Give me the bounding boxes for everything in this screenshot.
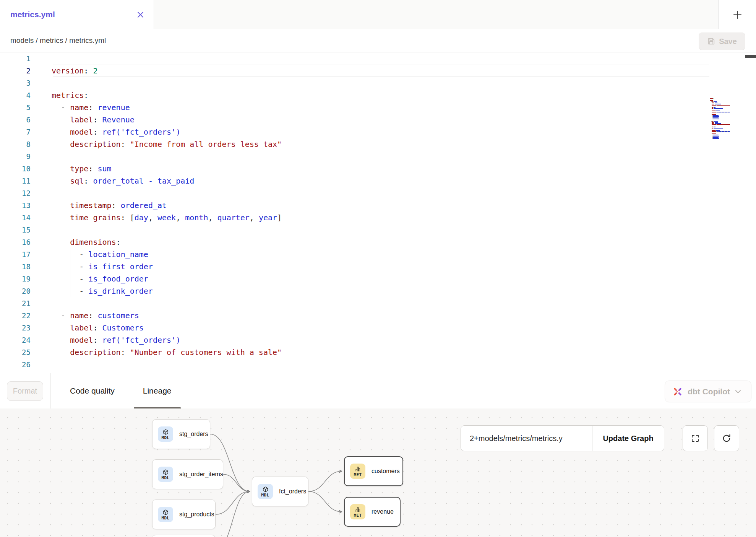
code-line[interactable]: 15 [0, 224, 756, 236]
code-line[interactable]: 6 label: Revenue [0, 114, 756, 126]
code-line[interactable]: 7 model: ref('fct_orders') [0, 126, 756, 138]
line-number: 7 [0, 126, 31, 138]
model-cube-icon: MDL [158, 426, 173, 442]
code-text: - is_food_order [52, 273, 148, 285]
tab-bar: metrics.yml [0, 0, 756, 29]
code-line[interactable]: 22 - name: customers [0, 309, 756, 322]
code-text: model: ref('fct_orders') [52, 334, 180, 346]
code-line[interactable]: 17 - location_name [0, 248, 756, 260]
code-line[interactable]: 11 sql: order_total - tax_paid [0, 175, 756, 187]
code-text: - location_name [52, 248, 148, 260]
model-cube-icon: MDL [158, 507, 173, 522]
code-line[interactable]: 1 [0, 52, 756, 65]
lineage-node-stg_products[interactable]: MDLstg_products [152, 500, 216, 529]
new-tab-button[interactable] [730, 8, 744, 21]
save-button[interactable]: Save [699, 33, 745, 50]
lineage-node-stg_order_items[interactable]: MDLstg_order_items [152, 459, 223, 489]
line-number: 26 [0, 358, 31, 371]
format-button[interactable]: Format [7, 381, 43, 401]
new-tab-area [719, 0, 756, 29]
minimap[interactable] [710, 97, 732, 140]
line-number: 1 [0, 52, 31, 65]
lineage-selector: Update Graph [461, 425, 664, 451]
code-text: - is_first_order [52, 260, 153, 273]
lineage-node-hidden_source[interactable]: MDL [152, 535, 216, 537]
model-cube-icon: MDL [258, 484, 273, 499]
node-label: stg_order_items [179, 471, 223, 478]
lineage-node-fct_orders[interactable]: MDLfct_orders [252, 477, 308, 506]
dbt-copilot-icon [673, 387, 683, 397]
refresh-icon [722, 433, 732, 443]
code-line[interactable]: 16 dimensions: [0, 236, 756, 248]
indent-guide [61, 224, 61, 236]
code-line[interactable]: 24 model: ref('fct_orders') [0, 334, 756, 346]
node-label: customers [372, 468, 400, 475]
code-line[interactable]: 2version: 2 [0, 65, 756, 77]
save-label: Save [719, 37, 737, 46]
node-label: stg_orders [179, 431, 208, 438]
tab-metrics-yml[interactable]: metrics.yml [0, 0, 154, 29]
code-line[interactable]: 8 description: "Income from all orders l… [0, 138, 756, 150]
indent-guide [61, 150, 61, 163]
line-number: 11 [0, 175, 31, 187]
code-line[interactable]: 25 description: "Number of customers wit… [0, 346, 756, 358]
code-line[interactable]: 23 label: Customers [0, 322, 756, 334]
close-tab-icon[interactable] [136, 10, 144, 19]
toolbar-divider [50, 373, 51, 409]
tab-lineage-label: Lineage [143, 386, 172, 395]
code-text: metrics: [52, 89, 88, 101]
refresh-button[interactable] [714, 425, 739, 451]
indent-guide [61, 297, 61, 309]
code-line[interactable]: 26 [0, 358, 756, 371]
tab-strip [154, 0, 719, 29]
code-line[interactable]: 12 [0, 187, 756, 199]
update-graph-button[interactable]: Update Graph [592, 426, 664, 451]
plus-icon [733, 10, 742, 19]
code-line[interactable]: 4metrics: [0, 89, 756, 101]
bottom-toolbar: Format Code quality Lineage [0, 373, 756, 408]
line-number: 14 [0, 212, 31, 224]
file-header: models / metrics / metrics.yml Save [0, 29, 756, 52]
line-number: 3 [0, 77, 31, 89]
fullscreen-button[interactable] [683, 425, 708, 451]
lineage-node-stg_orders[interactable]: MDLstg_orders [152, 419, 210, 449]
code-line[interactable]: 3 [0, 77, 756, 89]
line-number: 18 [0, 260, 31, 273]
code-text: label: Revenue [52, 114, 135, 126]
code-text: version: 2 [52, 65, 97, 77]
current-line-highlight [53, 65, 709, 77]
code-line[interactable]: 18 - is_first_order [0, 260, 756, 273]
code-line[interactable]: 5 - name: revenue [0, 101, 756, 114]
line-number: 4 [0, 89, 31, 101]
code-line[interactable]: 9 [0, 150, 756, 163]
code-text: model: ref('fct_orders') [52, 126, 180, 138]
code-line[interactable]: 10 type: sum [0, 163, 756, 175]
line-number: 16 [0, 236, 31, 248]
fullscreen-icon [691, 434, 700, 443]
code-editor[interactable]: 12version: 234metrics:5 - name: revenue6… [0, 52, 756, 373]
tab-code-quality[interactable]: Code quality [70, 373, 115, 409]
line-number: 24 [0, 334, 31, 346]
code-line[interactable]: 19 - is_food_order [0, 273, 756, 285]
code-text: type: sum [52, 163, 112, 175]
line-number: 20 [0, 285, 31, 297]
lineage-node-customers[interactable]: METcustomers [344, 456, 403, 486]
save-icon [707, 37, 715, 46]
node-label: stg_products [179, 511, 214, 518]
code-line[interactable]: 20 - is_drink_order [0, 285, 756, 297]
code-text: - name: customers [52, 309, 139, 322]
metric-chart-icon: MET [350, 504, 365, 519]
lineage-panel[interactable]: MDLstg_ordersMDLstg_order_itemsMDLstg_pr… [0, 408, 756, 537]
line-number: 10 [0, 163, 31, 175]
code-line[interactable]: 13 timestamp: ordered_at [0, 199, 756, 212]
line-number: 2 [0, 65, 31, 77]
code-line[interactable]: 21 [0, 297, 756, 309]
lineage-node-revenue[interactable]: METrevenue [344, 497, 401, 527]
code-line[interactable]: 14 time_grains: [day, week, month, quart… [0, 212, 756, 224]
tab-lineage[interactable]: Lineage [134, 373, 181, 409]
model-cube-icon: MDL [158, 467, 173, 482]
indent-guide [61, 187, 61, 199]
graph-controls: Update Graph [461, 425, 739, 451]
dbt-copilot-button[interactable]: dbt Copilot [665, 381, 751, 402]
lineage-selector-input[interactable] [461, 426, 592, 451]
